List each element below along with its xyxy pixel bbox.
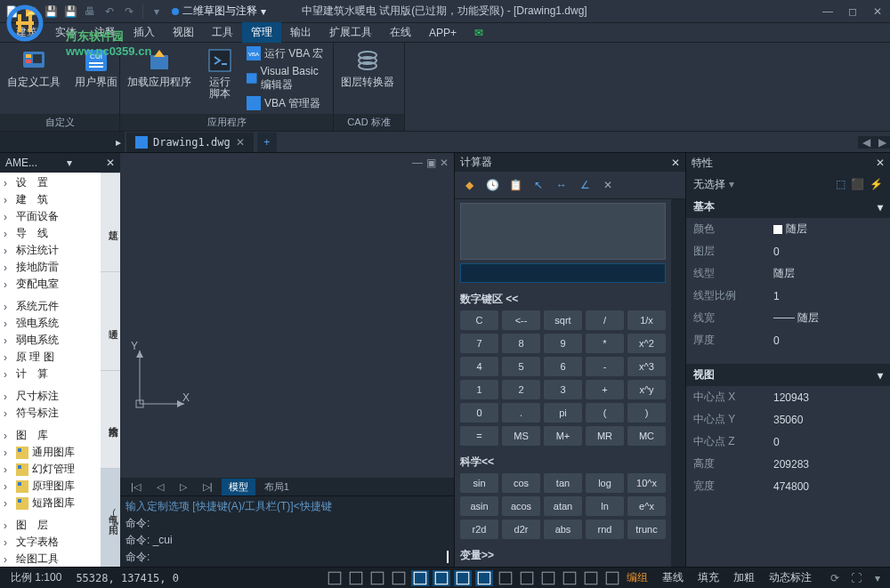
tab-nav-right-icon[interactable]: ▶ — [874, 136, 890, 149]
calc-key-cos[interactable]: cos — [502, 473, 540, 493]
calc-key-r2d[interactable]: r2d — [460, 520, 498, 539]
status-ducs-icon[interactable] — [454, 570, 472, 586]
vertical-tab[interactable]: 电气(民用) — [101, 468, 120, 567]
calc-key-M+[interactable]: M+ — [544, 426, 582, 446]
status-mode-加粗[interactable]: 加粗 — [728, 570, 760, 585]
calc-key-trunc[interactable]: trunc — [627, 520, 666, 539]
calc-key-4[interactable]: 4 — [460, 357, 498, 376]
property-value[interactable]: 0 — [773, 333, 883, 348]
tree-item[interactable]: ›变配电室 — [0, 276, 101, 293]
qat-open-icon[interactable]: 📂 — [23, 4, 39, 20]
menu-建筑[interactable]: 建筑 — [7, 22, 46, 43]
ribbon-run-vba-macro[interactable]: VBA运行 VBA 宏 — [241, 44, 333, 63]
calc-key-1[interactable]: 1 — [460, 380, 498, 399]
property-section[interactable]: 视图▾ — [686, 364, 890, 386]
tree-item[interactable]: ›接地防雷 — [0, 259, 101, 276]
property-row[interactable]: 中心点 X120943 — [686, 386, 890, 408]
calc-key-abs[interactable]: abs — [544, 520, 582, 539]
status-osnap-icon[interactable] — [411, 570, 429, 586]
layout-nav-first-icon[interactable]: |◁ — [124, 479, 148, 495]
viewport-restore-icon[interactable]: ▣ — [426, 157, 436, 169]
status-menu-icon[interactable]: ▾ — [869, 570, 886, 586]
tree-item[interactable]: ›标注统计 — [0, 242, 101, 259]
menu-管理[interactable]: 管理 — [242, 22, 281, 43]
calc-key-9[interactable]: 9 — [544, 334, 582, 353]
qat-new-icon[interactable]: 📄 — [4, 4, 20, 20]
eraser-icon[interactable]: ◆ — [458, 175, 480, 195]
status-sync-icon[interactable]: ⟳ — [826, 570, 844, 586]
maximize-button[interactable]: ◻ — [844, 5, 862, 18]
property-value[interactable]: 随层 — [773, 266, 883, 281]
status-grid-icon[interactable] — [347, 570, 365, 586]
property-row[interactable]: 宽度474800 — [686, 475, 890, 497]
ribbon-layer-translate-button[interactable]: 图层转换器 — [334, 43, 401, 114]
model-tab[interactable]: 模型 — [222, 479, 255, 495]
status-polar-icon[interactable] — [390, 570, 408, 586]
calc-key-sqrt[interactable]: sqrt — [544, 310, 582, 330]
status-otrack-icon[interactable] — [433, 570, 450, 586]
selection-label[interactable]: 无选择 — [693, 177, 725, 192]
calc-key-C[interactable]: C — [460, 310, 498, 330]
viewport[interactable]: — ▣ ✕ Y X — [120, 153, 454, 478]
property-row[interactable]: 高度209283 — [686, 453, 890, 475]
status-sc-icon[interactable] — [561, 570, 578, 586]
status-tb-icon[interactable] — [582, 570, 600, 586]
calc-key-pi[interactable]: pi — [544, 403, 582, 423]
calc-key--[interactable]: - — [586, 357, 624, 376]
menu-扩展工具[interactable]: 扩展工具 — [320, 22, 381, 43]
calc-key-MS[interactable]: MS — [502, 426, 540, 446]
tree-item[interactable]: ›计 算 — [0, 366, 101, 383]
tree-item[interactable]: ›尺寸标注 — [0, 388, 101, 405]
calc-key-rnd[interactable]: rnd — [586, 520, 624, 539]
tab-nav-left-icon[interactable]: ◀ — [858, 136, 874, 149]
tree-item[interactable]: ›弱电系统 — [0, 332, 101, 349]
property-value[interactable]: 0 — [773, 244, 883, 259]
tree-item[interactable]: ›短路图库 — [0, 495, 101, 511]
point-icon[interactable]: ↖ — [528, 175, 549, 195]
calc-key-*[interactable]: * — [586, 334, 624, 353]
calc-key-=[interactable]: = — [460, 426, 498, 446]
vertical-tab[interactable]: 暖通 — [101, 271, 120, 370]
close-panel-icon[interactable]: ✕ — [671, 157, 680, 169]
ribbon-vba-manager[interactable]: VBA 管理器 — [241, 94, 333, 113]
status-plus-icon[interactable] — [603, 570, 621, 586]
tree-item[interactable]: ›强电系统 — [0, 315, 101, 332]
notifications-icon[interactable]: ✉ — [474, 27, 490, 39]
vertical-tab[interactable]: 给排水室内 — [101, 370, 120, 469]
property-row[interactable]: 线型随层 — [686, 262, 890, 285]
menu-插入[interactable]: 插入 — [125, 22, 164, 43]
calc-key-.[interactable]: . — [502, 403, 540, 423]
calc-key-MC[interactable]: MC — [627, 426, 666, 446]
ribbon-load-app-button[interactable]: 加载应用程序 — [120, 43, 198, 114]
calc-key-acos[interactable]: acos — [502, 496, 540, 516]
status-snap-icon[interactable] — [326, 570, 344, 586]
qat-redo-icon[interactable]: ↷ — [121, 4, 137, 20]
tree-item[interactable]: ›建 筑 — [0, 191, 101, 208]
menu-实体[interactable]: 实体 — [46, 22, 85, 43]
calculator-section-numeric[interactable]: 数字键区 << — [460, 288, 666, 310]
calc-key-e^x[interactable]: e^x — [627, 496, 666, 516]
tree-item[interactable]: ›原理图库 — [0, 478, 101, 495]
close-panel-icon[interactable]: ✕ — [876, 157, 885, 169]
select-objects-icon[interactable]: ⬛ — [851, 178, 864, 190]
calc-key-/[interactable]: / — [586, 310, 624, 330]
calc-key-5[interactable]: 5 — [502, 357, 540, 376]
ribbon-vb-editor[interactable]: Visual Basic 编辑器 — [241, 63, 333, 94]
tree-item[interactable]: ›设 置 — [0, 174, 101, 191]
history-icon[interactable]: 🕓 — [481, 175, 503, 195]
scrollbar-vertical[interactable] — [671, 199, 685, 567]
tree-item[interactable]: ›平面设备 — [0, 208, 101, 225]
menu-视图[interactable]: 视图 — [164, 22, 203, 43]
tree-item[interactable]: ›符号标注 — [0, 405, 101, 422]
property-value[interactable]: 1 — [773, 288, 883, 303]
ribbon-cui-button[interactable]: CUI 用户界面 — [68, 43, 125, 114]
property-value[interactable]: 0 — [773, 434, 883, 449]
calculator-section-variables[interactable]: 变量>> — [460, 544, 666, 567]
tree-item[interactable]: ›原 理 图 — [0, 349, 101, 366]
menu-工具[interactable]: 工具 — [203, 22, 242, 43]
property-value[interactable]: 209283 — [773, 456, 883, 471]
qat-undo-icon[interactable]: ↶ — [101, 4, 117, 20]
calc-key-6[interactable]: 6 — [544, 357, 582, 376]
property-row[interactable]: 颜色随层 — [686, 218, 890, 240]
tree-item[interactable]: ›图 库 — [0, 427, 101, 444]
